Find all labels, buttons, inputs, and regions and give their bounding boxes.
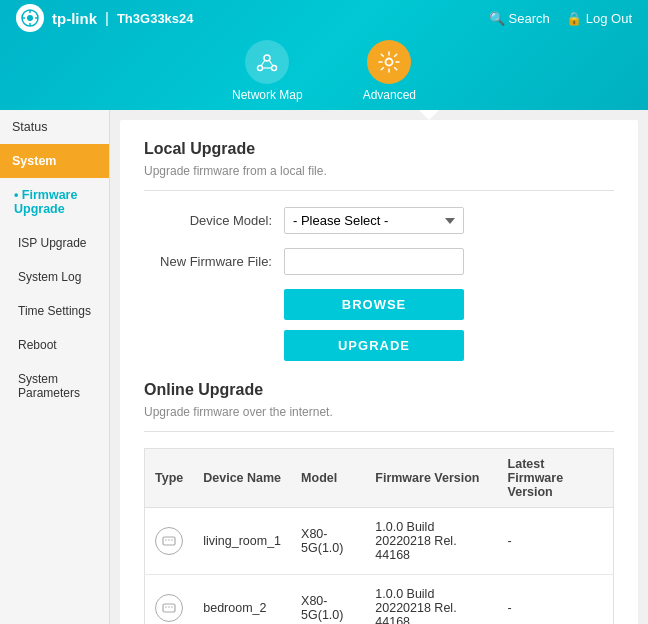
local-upgrade-divider [144, 190, 614, 191]
sidebar-log-label: System Log [18, 270, 81, 284]
sidebar-item-system-log[interactable]: System Log [0, 260, 109, 294]
device-model-row: Device Model: - Please Select - [144, 207, 614, 234]
svg-rect-17 [163, 604, 175, 612]
cell-type-0 [145, 508, 194, 575]
sidebar-item-status[interactable]: Status [0, 110, 109, 144]
svg-line-9 [261, 60, 265, 66]
col-latest-version: Latest Firmware Version [498, 449, 614, 508]
sidebar-status-label: Status [12, 120, 47, 134]
nav-network-map-label: Network Map [232, 88, 303, 102]
device-model-label: Device Model: [144, 213, 284, 228]
device-type-icon-0 [155, 527, 183, 555]
nav-advanced-label: Advanced [363, 88, 416, 102]
nav-arrow [419, 110, 439, 120]
sidebar-isp-label: ISP Upgrade [18, 236, 87, 250]
col-device-name: Device Name [193, 449, 291, 508]
advanced-icon [367, 40, 411, 84]
sidebar-item-isp-upgrade[interactable]: ISP Upgrade [0, 226, 109, 260]
main-layout: Status System • Firmware Upgrade ISP Upg… [0, 110, 648, 624]
content-area: Local Upgrade Upgrade firmware from a lo… [120, 120, 638, 624]
svg-point-1 [27, 15, 33, 21]
local-upgrade-title: Local Upgrade [144, 140, 614, 158]
cell-model-0: X80-5G(1.0) [291, 508, 365, 575]
sidebar-reboot-label: Reboot [18, 338, 57, 352]
cell-latest-0: - [498, 508, 614, 575]
nav-advanced[interactable]: Advanced [363, 40, 416, 110]
sidebar-system-label: System [12, 154, 56, 168]
sidebar: Status System • Firmware Upgrade ISP Upg… [0, 110, 110, 624]
svg-rect-13 [163, 537, 175, 545]
svg-line-10 [269, 60, 273, 66]
sidebar-item-firmware-upgrade[interactable]: • Firmware Upgrade [0, 178, 109, 226]
upgrade-table: Type Device Name Model Firmware Version … [144, 448, 614, 624]
cell-device-name-1: bedroom_2 [193, 575, 291, 625]
table-row: living_room_1 X80-5G(1.0) 1.0.0 Build 20… [145, 508, 614, 575]
sidebar-item-reboot[interactable]: Reboot [0, 328, 109, 362]
cell-firmware-0: 1.0.0 Build 20220218 Rel. 44168 [365, 508, 497, 575]
browse-button[interactable]: BROWSE [284, 289, 464, 320]
header: tp-link | Th3G33ks24 🔍 Search 🔒 Log Out [0, 0, 648, 110]
device-type-icon-1 [155, 594, 183, 622]
nav-network-map[interactable]: Network Map [232, 40, 303, 110]
sidebar-params-label: System Parameters [18, 372, 80, 400]
logo-area: tp-link | Th3G33ks24 [16, 4, 194, 32]
cell-type-1 [145, 575, 194, 625]
sidebar-item-time-settings[interactable]: Time Settings [0, 294, 109, 328]
col-model: Model [291, 449, 365, 508]
online-upgrade-divider [144, 431, 614, 432]
sidebar-time-label: Time Settings [18, 304, 91, 318]
local-upgrade-section: Local Upgrade Upgrade firmware from a lo… [144, 140, 614, 361]
svg-point-12 [386, 59, 393, 66]
cell-latest-1: - [498, 575, 614, 625]
header-actions: 🔍 Search 🔒 Log Out [489, 11, 632, 26]
sidebar-item-system-parameters[interactable]: System Parameters [0, 362, 109, 410]
online-upgrade-title: Online Upgrade [144, 381, 614, 399]
cell-device-name-0: living_room_1 [193, 508, 291, 575]
network-map-icon [245, 40, 289, 84]
firmware-file-input[interactable] [284, 248, 464, 275]
logout-icon: 🔒 [566, 11, 582, 26]
online-upgrade-desc: Upgrade firmware over the internet. [144, 405, 614, 419]
header-top: tp-link | Th3G33ks24 🔍 Search 🔒 Log Out [0, 0, 648, 36]
search-icon: 🔍 [489, 11, 505, 26]
col-type: Type [145, 449, 194, 508]
search-button[interactable]: 🔍 Search [489, 11, 550, 26]
sidebar-item-system[interactable]: System [0, 144, 109, 178]
table-row: bedroom_2 X80-5G(1.0) 1.0.0 Build 202202… [145, 575, 614, 625]
table-header-row: Type Device Name Model Firmware Version … [145, 449, 614, 508]
logo-divider: | [105, 10, 109, 26]
cell-firmware-1: 1.0.0 Build 20220218 Rel. 44168 [365, 575, 497, 625]
svg-point-8 [272, 66, 277, 71]
firmware-file-row: New Firmware File: [144, 248, 614, 275]
search-label: Search [509, 11, 550, 26]
logo-text: tp-link [52, 10, 97, 27]
upgrade-button[interactable]: UPGRADE [284, 330, 464, 361]
nav-area: Network Map Advanced [0, 40, 648, 110]
logout-button[interactable]: 🔒 Log Out [566, 11, 632, 26]
firmware-file-label: New Firmware File: [144, 254, 284, 269]
local-upgrade-desc: Upgrade firmware from a local file. [144, 164, 614, 178]
svg-point-7 [258, 66, 263, 71]
device-model-select[interactable]: - Please Select - [284, 207, 464, 234]
col-firmware-version: Firmware Version [365, 449, 497, 508]
device-name: Th3G33ks24 [117, 11, 194, 26]
logout-label: Log Out [586, 11, 632, 26]
cell-model-1: X80-5G(1.0) [291, 575, 365, 625]
sidebar-firmware-label: • Firmware Upgrade [14, 188, 77, 216]
tplink-logo-icon [16, 4, 44, 32]
online-upgrade-section: Online Upgrade Upgrade firmware over the… [144, 381, 614, 624]
